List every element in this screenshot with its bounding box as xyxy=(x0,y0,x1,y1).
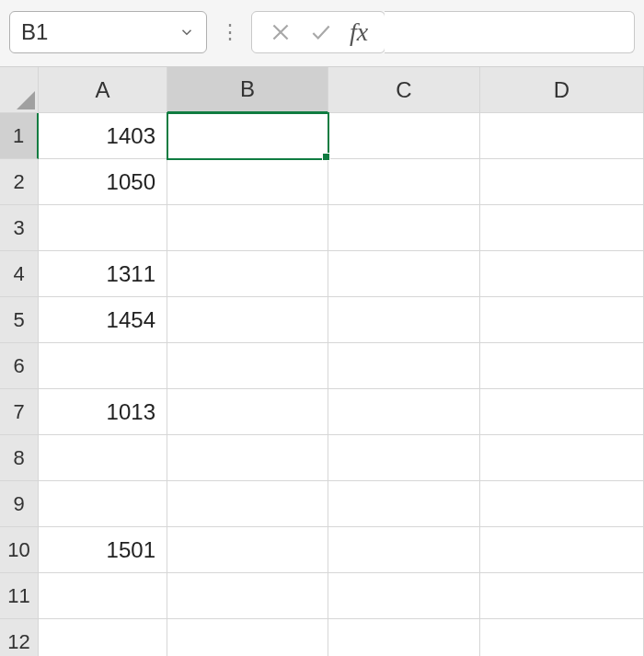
cell-B9[interactable] xyxy=(167,481,328,527)
cell-D2[interactable] xyxy=(480,159,644,205)
row-header-8[interactable]: 8 xyxy=(0,435,39,481)
select-all-corner[interactable] xyxy=(0,67,39,113)
cell-C1[interactable] xyxy=(328,113,480,159)
cell-A11[interactable] xyxy=(39,573,167,619)
enter-icon[interactable] xyxy=(309,20,333,44)
cell-B10[interactable] xyxy=(167,527,328,573)
cell-D10[interactable] xyxy=(480,527,644,573)
cell-C11[interactable] xyxy=(328,573,480,619)
chevron-down-icon[interactable] xyxy=(178,24,195,40)
cell-D11[interactable] xyxy=(480,573,644,619)
row-header-6[interactable]: 6 xyxy=(0,343,39,389)
name-box-value: B1 xyxy=(21,19,48,45)
cell-C5[interactable] xyxy=(328,297,480,343)
cell-A2[interactable]: 1050 xyxy=(39,159,167,205)
cell-C6[interactable] xyxy=(328,343,480,389)
cell-A7[interactable]: 1013 xyxy=(39,389,167,435)
cell-B2[interactable] xyxy=(167,159,328,205)
cell-A1[interactable]: 1403 xyxy=(39,113,167,159)
cell-A12[interactable] xyxy=(39,619,167,656)
cell-A10[interactable]: 1501 xyxy=(39,527,167,573)
row-header-5[interactable]: 5 xyxy=(0,297,39,343)
cell-B4[interactable] xyxy=(167,251,328,297)
row-header-3[interactable]: 3 xyxy=(0,205,39,251)
cell-D6[interactable] xyxy=(480,343,644,389)
cell-A4[interactable]: 1311 xyxy=(39,251,167,297)
formula-bar-buttons: fx xyxy=(251,11,385,53)
cell-B5[interactable] xyxy=(167,297,328,343)
cell-A8[interactable] xyxy=(39,435,167,481)
cell-A5[interactable]: 1454 xyxy=(39,297,167,343)
cell-B6[interactable] xyxy=(167,343,328,389)
cell-A6[interactable] xyxy=(39,343,167,389)
row-header-10[interactable]: 10 xyxy=(0,527,39,573)
name-box[interactable]: B1 xyxy=(9,11,207,53)
cell-C12[interactable] xyxy=(328,619,480,656)
formula-input[interactable] xyxy=(385,11,635,53)
column-header-C[interactable]: C xyxy=(328,67,480,113)
row-header-4[interactable]: 4 xyxy=(0,251,39,297)
cell-C8[interactable] xyxy=(328,435,480,481)
cell-B8[interactable] xyxy=(167,435,328,481)
cell-C4[interactable] xyxy=(328,251,480,297)
cancel-icon[interactable] xyxy=(269,20,293,44)
cell-B12[interactable] xyxy=(167,619,328,656)
row-header-7[interactable]: 7 xyxy=(0,389,39,435)
cell-B11[interactable] xyxy=(167,573,328,619)
formula-bar: B1 ⋮ fx xyxy=(0,0,644,67)
row-header-9[interactable]: 9 xyxy=(0,481,39,527)
insert-function-button[interactable]: fx xyxy=(350,17,368,47)
column-header-B[interactable]: B xyxy=(167,67,328,113)
row-header-11[interactable]: 11 xyxy=(0,573,39,619)
cell-D8[interactable] xyxy=(480,435,644,481)
cell-C3[interactable] xyxy=(328,205,480,251)
cell-C10[interactable] xyxy=(328,527,480,573)
cell-B3[interactable] xyxy=(167,205,328,251)
cell-D7[interactable] xyxy=(480,389,644,435)
cell-A3[interactable] xyxy=(39,205,167,251)
cell-D5[interactable] xyxy=(480,297,644,343)
column-header-A[interactable]: A xyxy=(39,67,167,113)
cell-D3[interactable] xyxy=(480,205,644,251)
vertical-dots-icon: ⋮ xyxy=(216,29,242,36)
cell-D1[interactable] xyxy=(480,113,644,159)
cell-B1[interactable] xyxy=(167,113,328,159)
column-header-D[interactable]: D xyxy=(480,67,644,113)
cell-C7[interactable] xyxy=(328,389,480,435)
cell-B7[interactable] xyxy=(167,389,328,435)
spreadsheet-grid[interactable]: ABCD114032105034131151454671013891015011… xyxy=(0,67,644,656)
cell-C9[interactable] xyxy=(328,481,480,527)
row-header-12[interactable]: 12 xyxy=(0,619,39,656)
cell-D9[interactable] xyxy=(480,481,644,527)
cell-A9[interactable] xyxy=(39,481,167,527)
cell-C2[interactable] xyxy=(328,159,480,205)
row-header-2[interactable]: 2 xyxy=(0,159,39,205)
cell-D4[interactable] xyxy=(480,251,644,297)
row-header-1[interactable]: 1 xyxy=(0,113,39,159)
cell-D12[interactable] xyxy=(480,619,644,656)
